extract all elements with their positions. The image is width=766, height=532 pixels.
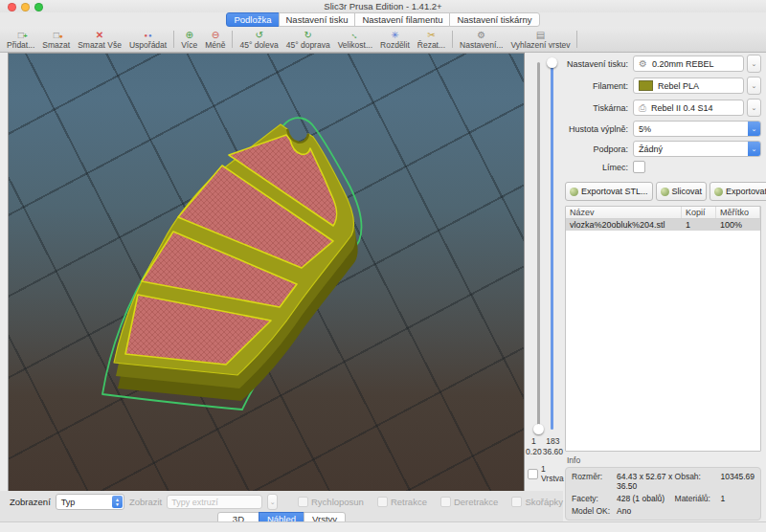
upper-layer-slider-handle[interactable] (547, 57, 557, 68)
export-gcode-icon (714, 188, 723, 196)
materials-label: Materiálů: (675, 494, 719, 503)
export-stl-button[interactable]: Exportovat STL... (565, 182, 653, 201)
lower-layer-height: 0.20 (525, 447, 543, 456)
filament-color-swatch (639, 80, 653, 91)
more-copies-button[interactable]: ⊕ Více (177, 27, 201, 52)
tab-podlozka[interactable]: Podložka (226, 12, 279, 27)
support-select[interactable]: Žádný ⌄ (633, 141, 761, 157)
tab-nastaveni-tisku[interactable]: Nastavení tisku (279, 12, 356, 27)
settings-tab-bar: Podložka Nastavení tisku Nastavení filam… (0, 12, 766, 27)
materials-value: 1 (721, 494, 755, 503)
chevron-down-icon: ⌄ (748, 122, 760, 136)
lower-layer-slider-handle[interactable] (533, 424, 544, 434)
model-preview (9, 54, 524, 492)
single-layer-toggle[interactable]: 1 Vrstva (528, 464, 564, 483)
printer-icon: ⎙ (639, 103, 646, 113)
filament-dropdown-button[interactable]: ⌄ (747, 77, 761, 95)
print-settings-combo[interactable]: ⚙ 0.20mm REBEL (633, 55, 744, 72)
single-layer-label: 1 Vrstva (541, 464, 564, 483)
cut-button[interactable]: ✂ Řezat... (414, 27, 449, 52)
brim-checkbox[interactable] (633, 161, 645, 173)
scale-icon: ↔ (350, 30, 360, 41)
delete-all-icon: ✕ (96, 30, 103, 41)
shells-checkbox-group: Skořápky (511, 497, 563, 507)
more-copies-icon: ⊕ (185, 30, 192, 41)
layer-smoothing-button[interactable]: ▤ Vyhlazení vrstev (507, 27, 574, 52)
add-button[interactable]: □+ Přidat... (3, 27, 38, 52)
object-list: Název Kopií Měřítko vlozka%20obluk%204.s… (565, 206, 761, 452)
table-row[interactable]: vlozka%20obluk%204.stl 1 100% (566, 219, 760, 231)
layer-slider-strip: 1 183 0.20 36.60 1 Vrstva (525, 53, 563, 491)
extrusion-filter-input (167, 495, 262, 509)
object-list-header: Název Kopií Měřítko (566, 207, 760, 219)
unretractions-checkbox (440, 497, 451, 507)
printer-value: Rebel II 0.4 S14 (651, 103, 713, 113)
volume-label: Obsah: (675, 472, 719, 491)
print-settings-dropdown-button[interactable]: ⌄ (747, 55, 761, 73)
upper-layer-slider[interactable] (551, 62, 553, 430)
arrange-icon: ●● (144, 30, 151, 41)
delete-button[interactable]: □● Smazat (38, 27, 74, 52)
printer-dropdown-button[interactable]: ⌄ (747, 99, 761, 117)
facets-value: 428 (1 obalů) (617, 494, 673, 503)
slice-icon (661, 188, 669, 196)
retractions-checkbox-group: Retrakce (377, 497, 427, 507)
filament-combo[interactable]: Rebel PLA (633, 78, 744, 94)
layer-slider-values: 1 183 0.20 36.60 (525, 436, 563, 456)
printer-combo[interactable]: ⎙ Rebel II 0.4 S14 (633, 100, 744, 116)
shells-checkbox (511, 497, 522, 507)
view-select-value: Typ (61, 498, 76, 507)
object-settings-icon: ⚙ (477, 30, 485, 41)
arrange-button[interactable]: ●● Uspořádat (125, 27, 170, 52)
upper-layer-number: 183 (543, 436, 563, 446)
size-value: 64.43 x 52.67 x 36.50 (617, 472, 673, 491)
lower-layer-slider[interactable] (537, 62, 540, 430)
object-settings-button[interactable]: ⚙ Nastavení... (456, 27, 507, 52)
right-panel: Nastavení tisku: ⚙ 0.20mm REBEL ⌄ Filame… (563, 53, 766, 522)
object-name: vlozka%20obluk%204.stl (566, 219, 682, 231)
object-copies: 1 (682, 219, 716, 231)
infill-select[interactable]: 5% ⌄ (633, 121, 761, 137)
layer-smoothing-icon: ▤ (536, 30, 545, 41)
model-ok-label: Model OK: (572, 506, 615, 516)
travel-checkbox (298, 497, 308, 507)
export-gcode-button[interactable]: Exportovat G-kód... (710, 182, 766, 201)
slice-button[interactable]: Slicovat (656, 182, 708, 201)
column-header-name: Název (566, 207, 682, 218)
window-title: Slic3r Prusa Edition - 1.41.2+ (0, 1, 766, 11)
tab-nastaveni-tiskarny[interactable]: Nastavení tiskárny (449, 12, 539, 27)
lower-layer-number: 1 (525, 436, 543, 446)
delete-all-button[interactable]: ✕ Smazat Vše (74, 27, 125, 52)
stepper-arrows-icon: ▲▼ (112, 496, 123, 508)
rotate-right-icon: ↻ (304, 30, 311, 41)
chevron-down-icon: ⌄ (748, 142, 760, 156)
print-settings-value: 0.20mm REBEL (652, 59, 714, 69)
filament-value: Rebel PLA (658, 81, 699, 91)
brim-label: Límec: (565, 163, 633, 172)
rotate-right-button[interactable]: ↻ 45° doprava (282, 27, 334, 52)
show-label: Zobrazit (129, 497, 162, 507)
scale-button[interactable]: ↔ Velikost... (334, 27, 376, 52)
split-button[interactable]: ✳ Rozdělit (376, 27, 414, 52)
model-ok-value: Ano (617, 506, 673, 516)
cut-icon: ✂ (427, 30, 435, 41)
rotate-left-button[interactable]: ↺ 45° doleva (236, 27, 282, 52)
single-layer-checkbox[interactable] (528, 469, 538, 479)
fewer-copies-button[interactable]: ⊖ Méně (201, 27, 229, 52)
toolbar-separator (173, 31, 174, 48)
column-header-copies: Kopií (682, 207, 716, 218)
view-select[interactable]: Typ ▲▼ (56, 494, 124, 510)
size-label: Rozměr: (572, 472, 615, 491)
volume-value: 10345.69 (721, 472, 755, 491)
info-panel: Rozměr: 64.43 x 52.67 x 36.50 Obsah: 103… (565, 467, 761, 521)
3d-viewport[interactable] (8, 53, 525, 493)
toolbar-separator (576, 31, 577, 48)
window-bottom-edge (0, 521, 766, 532)
support-label: Podpora: (565, 144, 633, 154)
object-scale: 100% (716, 219, 760, 231)
extrusion-filter-dropdown-button: ⌄ (267, 494, 278, 510)
info-title: Info (567, 455, 761, 465)
print-settings-label: Nastavení tisku: (565, 59, 633, 69)
tab-nastaveni-filamentu[interactable]: Nastavení filamentu (354, 12, 450, 27)
travel-checkbox-group: Rychloposun (298, 497, 364, 507)
